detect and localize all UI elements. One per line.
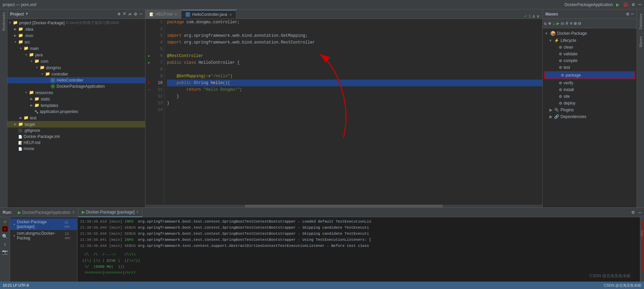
tree-item-iml[interactable]: 📄 Docker-Package.iml bbox=[7, 134, 145, 140]
editor-area: 📝 HELP.md ✕ C HelloController.java ✕ ✓ 1… bbox=[145, 9, 542, 207]
maven-toolbar-add[interactable]: ⊕ bbox=[548, 21, 551, 26]
tree-item-gitignore[interactable]: ⬛ .gitignore bbox=[7, 127, 145, 134]
maven-item-clean[interactable]: ⚙ clean bbox=[543, 44, 637, 51]
tree-item-mvnw[interactable]: 📄 mvnw bbox=[7, 146, 145, 152]
project-panel-icon1[interactable]: ⊕ bbox=[117, 11, 120, 17]
maven-root[interactable]: ▾ 📦 Docker-Package bbox=[543, 30, 637, 37]
code-content[interactable]: package com.dongmu.controller; import or… bbox=[164, 19, 542, 205]
tab-help-md[interactable]: 📝 HELP.md ✕ bbox=[145, 10, 181, 19]
maven-toolbar-refresh[interactable]: ↻ bbox=[544, 21, 547, 26]
tree-item-controller[interactable]: ▾ 📁 controller bbox=[7, 71, 145, 77]
project-dropdown-icon[interactable]: ▼ bbox=[26, 12, 28, 16]
tree-item-src[interactable]: ▾ 📁 src bbox=[7, 39, 145, 45]
status-left: 10:21 LF UTF-8 bbox=[3, 283, 29, 287]
app-dropdown[interactable]: DockerPackageApplication bbox=[565, 2, 613, 7]
check-arrow-down[interactable]: ∨ bbox=[537, 14, 540, 19]
maven-panel: Maven ⚙ — ↻ ⊕ ↓ ▶ m # ≡ ⊞ ⊟ bbox=[542, 9, 637, 207]
maven-item-verify[interactable]: ⚙ verify bbox=[543, 80, 637, 86]
maven-item-test[interactable]: ⚙ test bbox=[543, 64, 637, 71]
code-editor[interactable]: ● ● ● → bbox=[145, 19, 542, 205]
maven-item-install[interactable]: ⚙ install bbox=[543, 86, 637, 93]
maven-item-deploy[interactable]: ⚙ deploy bbox=[543, 100, 637, 107]
run-sidebar-item-1[interactable]: ✦ Docker-Package [package]: 15 sec bbox=[10, 219, 77, 230]
bottom-settings-icon[interactable]: ⚙ bbox=[630, 209, 636, 215]
tree-item-java[interactable]: ▾ 📁 java bbox=[7, 52, 145, 58]
tree-item-target[interactable]: ▶ 📁 target bbox=[7, 121, 145, 127]
maven-dependencies-section[interactable]: ▶ 🔗 Dependencies bbox=[543, 113, 637, 120]
maven-toolbar-run[interactable]: ▶ bbox=[556, 21, 559, 26]
tree-item-mvn[interactable]: ▶ 📁 .mvn bbox=[7, 32, 145, 39]
tree-item-resources[interactable]: ▾ 📁 resources bbox=[7, 89, 145, 96]
maven-toolbar-m[interactable]: m bbox=[561, 21, 564, 26]
maven-minimize-icon[interactable]: — bbox=[631, 11, 634, 17]
tree-item-hello-controller[interactable]: C HelloController bbox=[7, 77, 145, 83]
code-line-10: public String hello(){ bbox=[167, 80, 542, 86]
maven-item-validate[interactable]: ⚙ validate bbox=[543, 51, 637, 57]
maven-plugins-section[interactable]: ▶ 🔌 Plugins bbox=[543, 107, 637, 113]
tab-hello-close[interactable]: ✕ bbox=[229, 13, 232, 17]
maven-panel-title: Maven bbox=[545, 12, 558, 17]
maven-tab[interactable]: Maven bbox=[638, 35, 643, 49]
tree-item-templates[interactable]: ▶ 📁 templates bbox=[7, 102, 145, 109]
minimize-icon[interactable]: — bbox=[638, 2, 641, 8]
bottom-tab-package-close[interactable]: ✕ bbox=[136, 210, 139, 214]
project-panel-icon3[interactable]: ⇌ bbox=[129, 11, 131, 17]
help-md-icon: 📝 bbox=[149, 12, 154, 16]
maven-lifecycle-section[interactable]: ▾ ⚡ Lifecycle bbox=[543, 37, 637, 44]
status-right: CSDN @北海吴鱼未眠 bbox=[604, 283, 641, 288]
tree-item-static[interactable]: ▶ 📁 static bbox=[7, 96, 145, 102]
code-line-2 bbox=[167, 26, 542, 32]
bottom-minimize-icon[interactable]: — bbox=[636, 210, 644, 215]
run-sidebar: ✦ Docker-Package [package]: 15 sec ✦ com… bbox=[10, 217, 77, 282]
bottom-scroll-icon[interactable]: ⇩ bbox=[3, 241, 6, 247]
maven-toolbar-menu[interactable]: ≡ bbox=[570, 21, 572, 26]
editor-tabs: 📝 HELP.md ✕ C HelloController.java ✕ ✓ 1… bbox=[145, 9, 542, 19]
gear-icon-verify: ⚙ bbox=[559, 81, 562, 85]
bottom-tab-package[interactable]: ▶ Docker-Package [package] ✕ bbox=[78, 208, 142, 217]
run-sidebar-item-2[interactable]: ✦ com.dongmu:Docker-Packag 13 sec bbox=[10, 230, 77, 241]
maven-item-compile[interactable]: ⚙ compile bbox=[543, 57, 637, 64]
breakpoint-10[interactable]: ● bbox=[147, 81, 150, 85]
bottom-tab-docker-close[interactable]: ✕ bbox=[72, 210, 75, 214]
project-panel-icon2[interactable]: ≡ bbox=[123, 11, 126, 17]
maven-toolbar-download[interactable]: ↓ bbox=[552, 21, 555, 26]
gear-icon-package: ⚙ bbox=[561, 73, 564, 78]
tree-root[interactable]: ▾ 📁 project [Docker-Package] D:\word文档\电… bbox=[7, 20, 145, 26]
bottom-icons-strip: ↺ ■ 🔍 ⇩ 📷 bbox=[0, 217, 10, 282]
bottom-tab-docker-app[interactable]: ▶ DockerPackageApplication ✕ bbox=[14, 208, 78, 217]
bottom-stop-icon[interactable]: ■ bbox=[2, 226, 8, 232]
check-arrow-up[interactable]: ∧ bbox=[532, 14, 535, 19]
maven-toolbar-collapse[interactable]: ⊟ bbox=[578, 21, 581, 26]
tree-item-test[interactable]: ▶ 📁 test bbox=[7, 115, 145, 121]
project-title: project — pom.xml bbox=[3, 2, 36, 7]
maven-toolbar-expand[interactable]: ⊞ bbox=[574, 21, 577, 26]
tab-help-close[interactable]: ✕ bbox=[174, 12, 177, 16]
tree-item-docker-app[interactable]: S DockerPackageApplication bbox=[7, 83, 145, 89]
maven-settings-icon[interactable]: ⚙ bbox=[626, 11, 629, 17]
bottom-camera-icon[interactable]: 📷 bbox=[2, 249, 8, 255]
tree-item-idea[interactable]: ▶ 📁 .idea bbox=[7, 26, 145, 32]
bottom-filter-icon[interactable]: 🔍 bbox=[2, 234, 8, 239]
project-panel-close[interactable]: — bbox=[140, 11, 142, 17]
maven-item-package[interactable]: ⚙ package bbox=[544, 71, 635, 79]
tree-item-main[interactable]: ▾ 📁 main bbox=[7, 45, 145, 52]
bookmarks-label[interactable]: Bookmarks bbox=[2, 12, 6, 31]
project-panel-icon4[interactable]: ⚙ bbox=[134, 11, 137, 17]
code-line-9: @GetMapping(☉∨"/hello") bbox=[167, 73, 542, 80]
debug-icon[interactable]: 🐞 bbox=[623, 2, 629, 7]
run-output[interactable]: 21:30:30.819 [main] INFO org.springframe… bbox=[77, 217, 640, 282]
tree-item-help-md[interactable]: 📝 HELP.md bbox=[7, 140, 145, 146]
maven-item-site[interactable]: ⚙ site bbox=[543, 93, 637, 100]
tree-item-com[interactable]: ▾ 📁 com bbox=[7, 58, 145, 64]
database-tab[interactable]: Database bbox=[638, 12, 643, 31]
editor-scrollbar[interactable] bbox=[145, 205, 542, 207]
bottom-rerun-icon[interactable]: ↺ bbox=[3, 219, 6, 224]
settings-icon[interactable]: ⚙ bbox=[632, 2, 635, 7]
tree-item-dongmu[interactable]: ▾ 📁 dongmu bbox=[7, 64, 145, 71]
tab-hello-controller[interactable]: C HelloController.java ✕ bbox=[181, 10, 236, 19]
tree-item-app-props[interactable]: 🔧 application.properties bbox=[7, 109, 145, 115]
gutter-annotation-6: ● bbox=[148, 54, 150, 58]
maven-package-label: package bbox=[566, 73, 581, 78]
run-icon[interactable]: ▶ bbox=[616, 1, 619, 8]
maven-toolbar-switch[interactable]: # bbox=[566, 21, 568, 26]
